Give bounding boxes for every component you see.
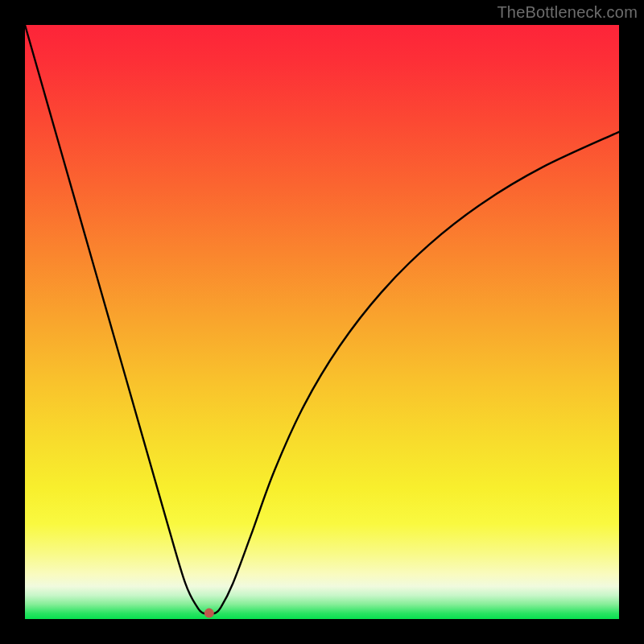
curve-minimum-marker bbox=[204, 609, 214, 618]
watermark-text: TheBottleneck.com bbox=[497, 3, 638, 22]
curve-svg bbox=[25, 25, 619, 619]
chart-stage: TheBottleneck.com bbox=[0, 0, 644, 644]
plot-area bbox=[25, 25, 619, 619]
bottleneck-curve bbox=[25, 25, 619, 613]
